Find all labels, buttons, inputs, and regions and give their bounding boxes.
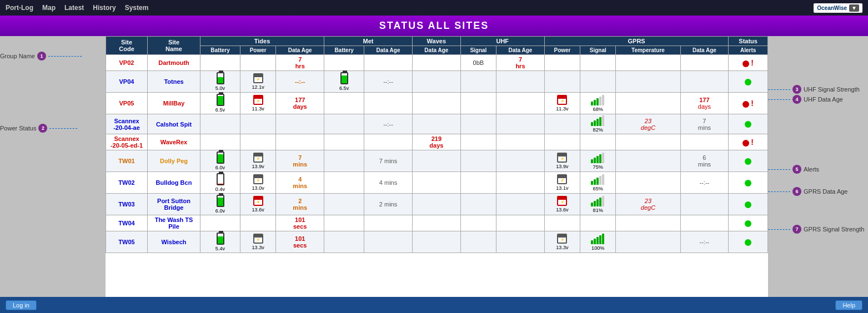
cell-waves-dataage xyxy=(412,71,460,93)
cell-met-battery xyxy=(324,194,364,215)
cell-alerts xyxy=(729,215,768,231)
cell-tides-dataage: 2mins xyxy=(276,194,324,215)
cell-site-name[interactable]: WaveRex xyxy=(148,134,200,150)
cell-tides-battery: 0.4v xyxy=(200,172,240,194)
cell-uhf-dataage xyxy=(496,231,545,253)
cell-tides-battery: 6.0v xyxy=(200,150,240,172)
cell-tides-battery xyxy=(200,134,240,150)
cell-site-code[interactable]: VP02 xyxy=(106,55,148,71)
cell-alerts: ! xyxy=(729,134,768,150)
subheader-gprs-power: Power xyxy=(544,46,580,55)
cell-tides-battery xyxy=(200,114,240,134)
cell-site-code[interactable]: TW02 xyxy=(106,172,148,194)
cell-gprs-signal: 82% xyxy=(580,114,616,134)
annotation-uhf-signal: 3 UHF Signal Strength xyxy=(768,85,860,94)
cell-met-dataage: 7 mins xyxy=(364,150,413,172)
cell-gprs-signal: 81% xyxy=(580,194,616,215)
cell-site-name[interactable]: The Wash TS Pile xyxy=(148,215,200,231)
cell-uhf-dataage xyxy=(496,172,545,194)
table-row: VP04 Totnes 5.0v ⚡ 12.1v --:-- 6.5v --:-… xyxy=(106,71,768,93)
cell-gprs-temp xyxy=(616,231,680,253)
cell-uhf-signal xyxy=(460,194,496,215)
cell-uhf-dataage xyxy=(496,134,545,150)
subheader-gprs-temp: Temperature xyxy=(616,46,680,55)
cell-gprs-dataage: 7mins xyxy=(680,114,729,134)
cell-tides-power: ⚡ 12.1v xyxy=(240,71,276,93)
cell-tides-dataage: 177days xyxy=(276,93,324,114)
footer: Log in Help xyxy=(0,297,868,313)
subheader-uhf-signal: Signal xyxy=(460,46,496,55)
cell-gprs-power: ⚡ 11.3v xyxy=(544,93,580,114)
cell-uhf-dataage xyxy=(496,71,545,93)
cell-met-dataage: --:-- xyxy=(364,114,413,134)
cell-tides-power xyxy=(240,215,276,231)
cell-tides-battery: 6.5v xyxy=(200,93,240,114)
cell-waves-dataage xyxy=(412,172,460,194)
cell-tides-power xyxy=(240,55,276,71)
subheader-tides-dataage: Data Age xyxy=(276,46,324,55)
cell-site-name[interactable]: Totnes xyxy=(148,71,200,93)
cell-uhf-dataage xyxy=(496,215,545,231)
cell-gprs-temp xyxy=(616,150,680,172)
cell-gprs-dataage: --:-- xyxy=(680,172,729,194)
cell-site-code[interactable]: Scannex -20-04-ae xyxy=(106,114,148,134)
cell-gprs-signal xyxy=(580,215,616,231)
help-button[interactable]: Help xyxy=(835,300,862,310)
nav-history[interactable]: History xyxy=(93,4,116,12)
cell-gprs-dataage: --:-- xyxy=(680,231,729,253)
table-row: Scannex -20-04-ae Calshot Spit --:-- 82%… xyxy=(106,114,768,134)
cell-site-name[interactable]: Dolly Peg xyxy=(148,150,200,172)
table-row: TW04 The Wash TS Pile 101secs xyxy=(106,215,768,231)
cell-gprs-dataage xyxy=(680,215,729,231)
cell-site-code[interactable]: Scannex -20-05-ed-1 xyxy=(106,134,148,150)
col-header-site-name: SiteName xyxy=(148,37,200,55)
cell-site-name[interactable]: Bulldog Bcn xyxy=(148,172,200,194)
cell-site-code[interactable]: TW05 xyxy=(106,231,148,253)
cell-met-dataage: 4 mins xyxy=(364,172,413,194)
cell-gprs-dataage xyxy=(680,194,729,215)
cell-alerts: ! xyxy=(729,93,768,114)
cell-gprs-dataage xyxy=(680,55,729,71)
cell-site-name[interactable]: Wisbech xyxy=(148,231,200,253)
nav-system[interactable]: System xyxy=(125,4,149,12)
cell-site-name[interactable]: Dartmouth xyxy=(148,55,200,71)
cell-waves-dataage xyxy=(412,93,460,114)
cell-site-code[interactable]: TW03 xyxy=(106,194,148,215)
annotation-power-status: Power Status 2 xyxy=(0,124,77,133)
cell-tides-dataage xyxy=(276,114,324,134)
table-row: Scannex -20-05-ed-1 WaveRex 219days ! xyxy=(106,134,768,150)
cell-site-code[interactable]: VP04 xyxy=(106,71,148,93)
cell-gprs-signal xyxy=(580,134,616,150)
main-table-container: SiteCode SiteName Tides Met Waves UHF GP… xyxy=(106,36,768,313)
cell-site-name[interactable]: Port Sutton Bridge xyxy=(148,194,200,215)
cell-uhf-signal xyxy=(460,71,496,93)
cell-uhf-signal xyxy=(460,231,496,253)
nav-latest[interactable]: Latest xyxy=(64,4,84,12)
cell-site-name[interactable]: MillBay xyxy=(148,93,200,114)
cell-alerts xyxy=(729,114,768,134)
nav-portlog[interactable]: Port-Log xyxy=(6,4,33,12)
nav-map[interactable]: Map xyxy=(42,4,56,12)
cell-met-dataage xyxy=(364,134,413,150)
cell-met-dataage xyxy=(364,215,413,231)
cell-site-code[interactable]: VP05 xyxy=(106,93,148,114)
cell-waves-dataage: 219days xyxy=(412,134,460,150)
subheader-waves-dataage: Data Age xyxy=(412,46,460,55)
table-row: VP02 Dartmouth 7hrs 0bB 7hrs ! xyxy=(106,55,768,71)
cell-site-code[interactable]: TW01 xyxy=(106,150,148,172)
subheader-status-alerts: Alerts xyxy=(729,46,768,55)
cell-met-battery: 6.5v xyxy=(324,71,364,93)
cell-tides-battery xyxy=(200,215,240,231)
group-header-status: Status xyxy=(729,37,768,46)
cell-gprs-power: ⚡ 13.9v xyxy=(544,150,580,172)
cell-site-name[interactable]: Calshot Spit xyxy=(148,114,200,134)
nav-dropdown-arrow[interactable]: ▼ xyxy=(849,4,859,12)
annotation-uhf-dataage: 4 UHF Data Age xyxy=(768,95,843,104)
cell-site-code[interactable]: TW04 xyxy=(106,215,148,231)
cell-gprs-power xyxy=(544,55,580,71)
login-button[interactable]: Log in xyxy=(6,300,37,310)
cell-uhf-signal xyxy=(460,114,496,134)
cell-waves-dataage xyxy=(412,194,460,215)
cell-alerts: ! xyxy=(729,55,768,71)
cell-gprs-signal xyxy=(580,55,616,71)
